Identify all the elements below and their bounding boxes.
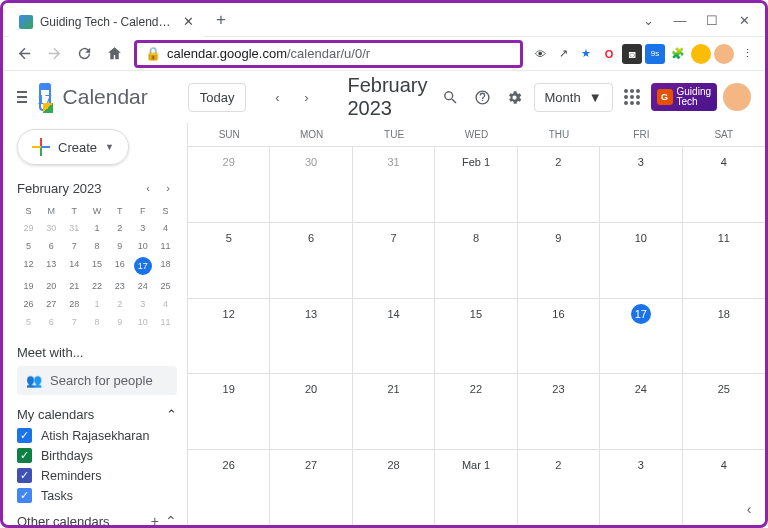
mini-day[interactable]: 20: [40, 277, 63, 295]
day-cell[interactable]: 13: [270, 299, 352, 374]
day-cell[interactable]: 3: [600, 450, 682, 525]
day-cell[interactable]: 15: [435, 299, 517, 374]
day-cell[interactable]: 24: [600, 374, 682, 449]
day-cell[interactable]: 6: [270, 223, 352, 298]
prev-month-button[interactable]: ‹: [264, 84, 290, 110]
day-cell[interactable]: 2: [518, 147, 600, 222]
day-cell[interactable]: 10: [600, 223, 682, 298]
mini-day[interactable]: 2: [108, 295, 131, 313]
minimize-icon[interactable]: —: [665, 9, 695, 31]
mini-day[interactable]: 31: [63, 219, 86, 237]
mini-day[interactable]: 25: [154, 277, 177, 295]
day-cell[interactable]: 17: [600, 299, 682, 374]
mini-day[interactable]: 9: [108, 313, 131, 331]
mini-day[interactable]: 10: [131, 237, 154, 255]
mini-day[interactable]: 7: [63, 237, 86, 255]
day-cell[interactable]: 8: [435, 223, 517, 298]
today-button[interactable]: Today: [188, 83, 247, 112]
mini-day[interactable]: 17: [134, 257, 152, 275]
address-bar[interactable]: 🔒 calendar.google.com/calendar/u/0/r: [134, 40, 523, 68]
day-cell[interactable]: 16: [518, 299, 600, 374]
mini-day[interactable]: 4: [154, 295, 177, 313]
mini-day[interactable]: 30: [40, 219, 63, 237]
mini-day[interactable]: 26: [17, 295, 40, 313]
show-side-panel-button[interactable]: ‹: [739, 499, 759, 519]
calendar-item[interactable]: ✓Tasks: [17, 488, 177, 503]
mini-day[interactable]: 7: [63, 313, 86, 331]
settings-gear-icon[interactable]: [502, 84, 528, 110]
mini-day[interactable]: 3: [131, 219, 154, 237]
mini-day[interactable]: 22: [86, 277, 109, 295]
mini-prev-button[interactable]: ‹: [139, 179, 157, 197]
mini-day[interactable]: 11: [154, 313, 177, 331]
day-cell[interactable]: 3: [600, 147, 682, 222]
mini-day[interactable]: 27: [40, 295, 63, 313]
close-tab-icon[interactable]: ✕: [183, 15, 194, 29]
mini-day[interactable]: 1: [86, 219, 109, 237]
next-month-button[interactable]: ›: [293, 84, 319, 110]
mini-day[interactable]: 14: [63, 255, 86, 277]
day-cell[interactable]: 29: [188, 147, 270, 222]
mini-day[interactable]: 4: [154, 219, 177, 237]
mini-next-button[interactable]: ›: [159, 179, 177, 197]
checkbox-icon[interactable]: ✓: [17, 468, 32, 483]
chevron-up-icon[interactable]: ⌃: [165, 513, 177, 525]
mini-day[interactable]: 6: [40, 313, 63, 331]
day-cell[interactable]: 11: [683, 223, 765, 298]
forward-button[interactable]: [41, 41, 67, 67]
eye-icon[interactable]: 👁: [530, 44, 550, 64]
browser-tab[interactable]: Guiding Tech - Calendar - Febru ✕: [9, 7, 204, 37]
mini-day[interactable]: 28: [63, 295, 86, 313]
account-avatar[interactable]: [723, 83, 751, 111]
share-icon[interactable]: ↗: [553, 44, 573, 64]
mini-day[interactable]: 10: [131, 313, 154, 331]
main-menu-button[interactable]: [17, 91, 27, 103]
mini-day[interactable]: 5: [17, 237, 40, 255]
day-cell[interactable]: 12: [188, 299, 270, 374]
calendar-item[interactable]: ✓Atish Rajasekharan: [17, 428, 177, 443]
other-calendars-toggle[interactable]: Other calendars: [17, 514, 110, 526]
day-cell[interactable]: 31: [353, 147, 435, 222]
mini-day[interactable]: 15: [86, 255, 109, 277]
day-cell[interactable]: 18: [683, 299, 765, 374]
calendar-logo-icon[interactable]: 17: [37, 81, 53, 113]
day-cell[interactable]: 28: [353, 450, 435, 525]
google-apps-icon[interactable]: [619, 84, 645, 110]
view-selector[interactable]: Month ▼: [534, 83, 613, 112]
mini-day[interactable]: 12: [17, 255, 40, 277]
home-button[interactable]: [101, 41, 127, 67]
mini-day[interactable]: 18: [154, 255, 177, 277]
checkbox-icon[interactable]: ✓: [17, 488, 32, 503]
reload-button[interactable]: [71, 41, 97, 67]
bookmark-star-icon[interactable]: ★: [576, 44, 596, 64]
mini-day[interactable]: 3: [131, 295, 154, 313]
back-button[interactable]: [11, 41, 37, 67]
day-cell[interactable]: Mar 1: [435, 450, 517, 525]
mini-day[interactable]: 19: [17, 277, 40, 295]
day-cell[interactable]: 5: [188, 223, 270, 298]
opera-icon[interactable]: O: [599, 44, 619, 64]
day-cell[interactable]: 14: [353, 299, 435, 374]
chrome-profile-icon[interactable]: [691, 44, 711, 64]
day-cell[interactable]: Feb 1: [435, 147, 517, 222]
day-cell[interactable]: 22: [435, 374, 517, 449]
day-cell[interactable]: 30: [270, 147, 352, 222]
mini-day[interactable]: 2: [108, 219, 131, 237]
mini-day[interactable]: 23: [108, 277, 131, 295]
mini-day[interactable]: 6: [40, 237, 63, 255]
day-cell[interactable]: 25: [683, 374, 765, 449]
day-cell[interactable]: 2: [518, 450, 600, 525]
mini-calendar[interactable]: SMTWTFS293031123456789101112131415161718…: [17, 203, 177, 331]
mini-day[interactable]: 8: [86, 313, 109, 331]
mini-day[interactable]: 11: [154, 237, 177, 255]
help-icon[interactable]: [470, 84, 496, 110]
extension-1-icon[interactable]: ◙: [622, 44, 642, 64]
day-cell[interactable]: 21: [353, 374, 435, 449]
mini-day[interactable]: 24: [131, 277, 154, 295]
search-people-input[interactable]: 👥 Search for people: [17, 366, 177, 395]
mini-day[interactable]: 13: [40, 255, 63, 277]
menu-dots-icon[interactable]: ⋮: [737, 44, 757, 64]
mini-day[interactable]: 9: [108, 237, 131, 255]
mini-day[interactable]: 21: [63, 277, 86, 295]
chevron-down-icon[interactable]: ⌄: [633, 9, 663, 31]
